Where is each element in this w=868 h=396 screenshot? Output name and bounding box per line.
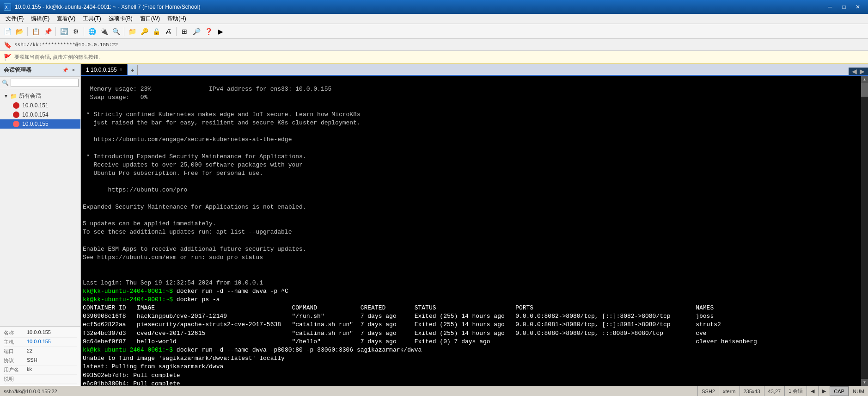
toolbar-paste[interactable]: 📌 <box>42 26 53 37</box>
menu-item-t[interactable]: 工具(T) <box>79 14 104 24</box>
host-status-icon-154 <box>13 111 19 118</box>
close-button[interactable]: ✕ <box>851 2 864 12</box>
title-bar: X 10.0.0.155 - kk@kk-ubuntu-2404-0001: ~… <box>0 0 868 14</box>
content-area: 会话管理器 📌 × 🔍 ▼ 📁 所有会话 <box>0 64 868 386</box>
menu-item-w[interactable]: 窗口(W) <box>136 14 164 24</box>
address-bar: 🔖 ssh://kk:***********@10.0.0.155:22 <box>0 39 868 51</box>
status-seg-arrow-right[interactable]: ▶ <box>818 386 830 396</box>
menu-item-v[interactable]: 查看(V) <box>53 14 79 24</box>
terminal-tab-1[interactable]: 1 10.0.0.155 × <box>81 64 128 75</box>
scroll-thumb[interactable] <box>861 83 868 97</box>
prop-value-protocol: SSH <box>27 357 77 364</box>
sidebar-header: 会话管理器 📌 × <box>0 64 80 77</box>
toolbar-settings[interactable]: ⚙ <box>70 26 81 37</box>
host-label-151: 10.0.0.151 <box>22 102 49 109</box>
menu-item-b[interactable]: 选项卡(B) <box>105 14 136 24</box>
prop-label-username: 用户名 <box>4 366 27 373</box>
status-seg-arrow-left[interactable]: ◀ <box>807 386 818 396</box>
folder-icon: 📁 <box>10 93 17 99</box>
toolbar-sep-4 <box>124 27 124 36</box>
prop-row-username: 用户名 kk <box>4 365 77 375</box>
nav-arrows: ◀ ▶ <box>849 68 868 75</box>
toolbar-copy[interactable]: 📋 <box>30 26 41 37</box>
status-cap-label: CAP <box>834 389 844 394</box>
sidebar-search-area: 🔍 <box>0 77 80 89</box>
scroll-down-btn[interactable]: ▼ <box>861 379 868 386</box>
app-icon: X <box>4 3 11 11</box>
address-text: ssh://kk:***********@10.0.0.155:22 <box>14 42 118 48</box>
prop-label-host: 主机 <box>4 339 27 346</box>
arrow-right-icon[interactable]: ▶ <box>822 388 826 394</box>
sidebar-item-10.0.0.154[interactable]: 10.0.0.154 <box>0 110 80 119</box>
status-seg-dimensions: 235x43 <box>740 386 764 396</box>
tab-add-btn[interactable]: + <box>128 65 138 75</box>
scroll-up-btn[interactable]: ▲ <box>861 76 868 83</box>
status-xterm-label: xterm <box>723 389 736 394</box>
sidebar-close-btn[interactable]: × <box>70 67 77 74</box>
toolbar-sftp[interactable]: 📁 <box>127 26 138 37</box>
arrow-left-icon[interactable]: ◀ <box>811 388 814 394</box>
status-connection-text: ssh://kk@10.0.0.155:22 <box>4 389 57 394</box>
menu-item-f[interactable]: 文件(F) <box>2 14 27 24</box>
prop-value-desc <box>27 376 77 383</box>
prop-row-name: 名称 10.0.0.155 <box>4 328 77 338</box>
maximize-button[interactable]: □ <box>837 2 850 12</box>
toolbar-help[interactable]: ❓ <box>203 26 214 37</box>
status-seg-cap: CAP <box>830 386 849 396</box>
toolbar-more[interactable]: ▶ <box>215 26 226 37</box>
toolbar-sep-3 <box>84 27 84 36</box>
menu-item-h[interactable]: 帮助(H) <box>164 14 190 24</box>
toolbar: 📄 📂 📋 📌 🔄 ⚙ 🌐 🔌 🔍 📁 🔑 🔒 🖨 ⊞ 🔎 ❓ ▶ <box>0 24 868 39</box>
status-seg-xterm: xterm <box>719 386 740 396</box>
prop-row-protocol: 协议 SSH <box>4 356 77 365</box>
tab-bar: 1 10.0.0.155 × + ◀ ▶ <box>81 64 868 76</box>
status-cursor-label: 43,27 <box>768 389 781 394</box>
properties-panel: 名称 10.0.0.155 主机 10.0.0.155 端口 22 协议 SSH… <box>0 326 80 386</box>
status-seg-sessions: 1 会话 <box>784 386 807 396</box>
nav-left-btn[interactable]: ◀ <box>850 68 858 75</box>
info-bar: 🚩 要添加当前会话, 点击左侧的箭头按钮. <box>0 51 868 64</box>
toolbar-grid[interactable]: ⊞ <box>179 26 190 37</box>
toolbar-connect[interactable]: 🌐 <box>86 26 98 37</box>
title-left: X 10.0.0.155 - kk@kk-ubuntu-2404-0001: ~… <box>4 3 200 11</box>
toolbar-disconnect[interactable]: 🔌 <box>98 26 110 37</box>
sidebar-item-10.0.0.155[interactable]: 10.0.0.155 <box>0 119 80 129</box>
toolbar-new-file[interactable]: 📄 <box>2 26 13 37</box>
address-icon: 🔖 <box>4 41 12 49</box>
toolbar-refresh[interactable]: 🔄 <box>58 26 69 37</box>
toolbar-sep-2 <box>55 27 56 36</box>
host-label-155: 10.0.0.155 <box>22 121 49 127</box>
nav-right-btn[interactable]: ▶ <box>858 68 866 75</box>
status-seg-num: NUM <box>849 386 868 396</box>
tab-label: 1 10.0.0.155 <box>86 67 117 73</box>
status-num-label: NUM <box>853 389 864 394</box>
sidebar-header-controls: 📌 × <box>62 67 77 74</box>
toolbar-key[interactable]: 🔑 <box>139 26 150 37</box>
minimize-button[interactable]: ─ <box>824 2 837 12</box>
status-left: ssh://kk@10.0.0.155:22 <box>0 389 697 394</box>
menu-bar: 文件(F)编辑(E)查看(V)工具(T)选项卡(B)窗口(W)帮助(H) <box>0 14 868 24</box>
search-input[interactable] <box>11 79 79 87</box>
status-seg-cursor: 43,27 <box>764 386 785 396</box>
scroll-track[interactable] <box>861 83 868 379</box>
toolbar-zoom[interactable]: 🔎 <box>191 26 202 37</box>
window-title: 10.0.0.155 - kk@kk-ubuntu-2404-0001: ~ -… <box>15 4 200 10</box>
toolbar-open[interactable]: 📂 <box>14 26 25 37</box>
terminal-scrollbar[interactable]: ▲ ▼ <box>861 76 868 386</box>
status-sessions-label: 1 会话 <box>789 388 803 395</box>
sidebar-pin-btn[interactable]: 📌 <box>62 67 68 74</box>
sidebar-item-10.0.0.151[interactable]: 10.0.0.151 <box>0 101 80 110</box>
host-label-154: 10.0.0.154 <box>22 111 49 118</box>
prop-label-port: 端口 <box>4 348 27 355</box>
tree-arrow: ▼ <box>4 93 8 99</box>
tab-close-btn[interactable]: × <box>120 67 122 72</box>
toolbar-sep-5 <box>176 27 177 36</box>
status-segments: SSH2 xterm 235x43 43,27 1 会话 ◀ ▶ CAP <box>697 386 868 396</box>
toolbar-print[interactable]: 🖨 <box>163 26 174 37</box>
terminal-content[interactable]: Memory usage: 23% IPv4 address for ens33… <box>81 76 861 386</box>
menu-item-e[interactable]: 编辑(E) <box>27 14 53 24</box>
toolbar-search[interactable]: 🔍 <box>110 26 122 37</box>
toolbar-lock[interactable]: 🔒 <box>151 26 162 37</box>
window-controls: ─ □ ✕ <box>824 2 864 12</box>
tree-root-all-sessions[interactable]: ▼ 📁 所有会话 <box>0 91 80 101</box>
